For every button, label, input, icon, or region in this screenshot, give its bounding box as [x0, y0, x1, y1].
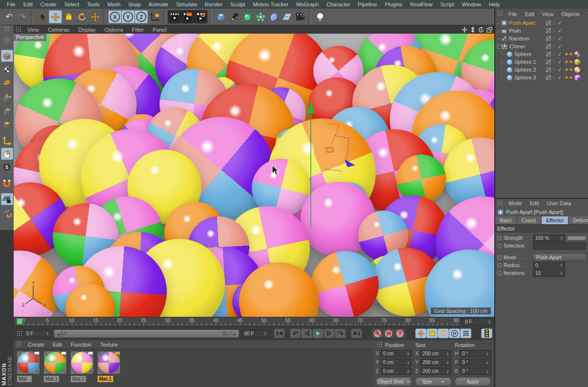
- add-floor-button[interactable]: [280, 10, 293, 23]
- enable-snap-button[interactable]: S: [1, 161, 13, 173]
- add-camera-button[interactable]: [293, 10, 306, 23]
- object-manager-menu-file[interactable]: File: [505, 11, 521, 17]
- play-button[interactable]: [312, 329, 324, 338]
- undo-button[interactable]: ↶: [2, 10, 16, 23]
- object-row-cloner[interactable]: −Cloner✓: [495, 42, 588, 50]
- current-frame-field[interactable]: 0 F ▲▼: [463, 318, 493, 326]
- attribute-manager-menu-mode[interactable]: Mode: [505, 200, 526, 206]
- points-mode-button[interactable]: [1, 92, 13, 104]
- material-menu-edit[interactable]: Edit: [48, 342, 66, 348]
- autokeying-button[interactable]: [383, 329, 394, 338]
- coord-field-rotation-b[interactable]: 0 °▲▼: [460, 368, 491, 375]
- menubar-item-mesh[interactable]: Mesh: [103, 0, 124, 9]
- material-menu-function[interactable]: Function: [66, 342, 96, 348]
- object-row-sphere-3[interactable]: Sphere.3✓: [495, 74, 588, 81]
- coordinates-grip[interactable]: [377, 342, 383, 348]
- edges-mode-button[interactable]: [1, 105, 13, 117]
- enabled-check-icon[interactable]: ✓: [556, 43, 564, 50]
- live-selection-button[interactable]: [36, 10, 49, 23]
- layer-toggle[interactable]: [545, 59, 552, 64]
- menubar-item-motion-tracker[interactable]: Motion Tracker: [249, 0, 292, 9]
- menubar-item-pipeline[interactable]: Pipeline: [354, 0, 381, 9]
- coord-field-position-y[interactable]: 0 cm▲▼: [381, 359, 412, 366]
- object-manager-menu-view[interactable]: View: [538, 11, 558, 17]
- menubar-item-edit[interactable]: Edit: [20, 0, 37, 9]
- menubar-item-tools[interactable]: Tools: [83, 0, 103, 9]
- visibility-dots[interactable]: [552, 37, 556, 40]
- material-menu-create[interactable]: Create: [23, 342, 48, 348]
- range-start-field[interactable]: 0 F ▲▼: [24, 330, 51, 337]
- keyframe-selection-button[interactable]: ?: [394, 329, 406, 338]
- material-thumbnail[interactable]: [71, 351, 93, 374]
- mode-anim-dot[interactable]: [497, 255, 502, 260]
- previous-frame-button[interactable]: [301, 329, 312, 338]
- stepper-arrows[interactable]: ▲▼: [445, 361, 449, 365]
- layer-toggle[interactable]: [545, 36, 552, 41]
- visibility-dots[interactable]: [552, 76, 556, 79]
- workplane-mode-button[interactable]: [1, 76, 13, 88]
- editor-render-dots[interactable]: [564, 60, 573, 63]
- visibility-dots[interactable]: [552, 60, 556, 63]
- attribute-manager-grip[interactable]: [497, 200, 504, 207]
- visibility-dots[interactable]: [552, 53, 556, 56]
- effector-section-header[interactable]: Effector: [495, 225, 588, 232]
- coord-field-rotation-h[interactable]: 0 °▲▼: [460, 350, 491, 357]
- tab-coord[interactable]: Coord.: [517, 216, 542, 224]
- stepper-arrows[interactable]: ▲▼: [485, 361, 488, 365]
- timeline-ruler[interactable]: 051015202530354045505560657075808590: [14, 317, 461, 327]
- record-pla-toggle[interactable]: [460, 329, 471, 338]
- magnet-button[interactable]: [1, 177, 13, 189]
- render-to-picture-viewer-button[interactable]: [181, 10, 194, 23]
- visibility-dots[interactable]: [552, 29, 556, 32]
- transport-grip[interactable]: [17, 330, 23, 337]
- strength-anim-dot[interactable]: [497, 236, 502, 240]
- editor-render-dots[interactable]: [564, 68, 573, 71]
- lock-x-axis-button[interactable]: X: [108, 10, 122, 23]
- visibility-dots[interactable]: [552, 45, 556, 48]
- menubar-item-animate[interactable]: Animate: [145, 0, 172, 9]
- menubar-item-create[interactable]: Create: [37, 0, 61, 9]
- material-item-0[interactable]: Mat: [17, 351, 41, 383]
- object-row-sphere[interactable]: Sphere✓: [495, 50, 588, 58]
- expander-icon[interactable]: −: [497, 44, 502, 49]
- viewport-pan-button[interactable]: [461, 26, 468, 33]
- add-light-button[interactable]: [313, 10, 326, 23]
- selection-field[interactable]: [533, 242, 586, 250]
- material-item-2[interactable]: Mat.1: [71, 351, 95, 383]
- workplane-options-button[interactable]: [1, 206, 13, 218]
- add-deformer-button[interactable]: [267, 10, 280, 23]
- viewport-canvas[interactable]: Y X Z Perspective Grid Spacing : 100 cm: [14, 34, 494, 317]
- redo-button[interactable]: ↷: [16, 10, 29, 23]
- next-key-button[interactable]: ↷: [335, 329, 346, 338]
- layer-toggle[interactable]: [545, 75, 552, 80]
- texture-mode-button[interactable]: [1, 63, 13, 75]
- stepper-arrows[interactable]: ▲▼: [406, 352, 409, 356]
- material-tag[interactable]: [573, 75, 581, 80]
- coord-field-position-z[interactable]: 0 cm▲▼: [381, 368, 412, 375]
- stepper-arrows[interactable]: ▲▼: [445, 352, 449, 356]
- menubar-item-sculpt[interactable]: Sculpt: [226, 0, 249, 9]
- add-spline-button[interactable]: [227, 10, 241, 23]
- stepper-arrows[interactable]: ▲▼: [45, 331, 49, 335]
- add-mograph-cloner-button[interactable]: [254, 10, 267, 23]
- coord-field-size-x[interactable]: 200 cm▲▼: [420, 350, 451, 357]
- object-manager-menu-objects[interactable]: Objects: [557, 11, 583, 17]
- material-tag[interactable]: [573, 51, 581, 57]
- viewport-menu-view[interactable]: View: [23, 27, 43, 33]
- viewport-maximize-button[interactable]: [486, 26, 493, 33]
- goto-start-button[interactable]: [274, 329, 285, 338]
- tab-deformer[interactable]: Deformer: [568, 216, 588, 224]
- material-menu-texture[interactable]: Texture: [96, 342, 122, 348]
- goto-end-button[interactable]: [351, 329, 362, 338]
- coord-size-dropdown[interactable]: Size▼: [415, 377, 451, 386]
- polygons-mode-button[interactable]: [1, 118, 13, 131]
- viewport-menu-cameras[interactable]: Cameras: [43, 27, 74, 33]
- viewport-zoom-button[interactable]: [469, 26, 476, 33]
- material-item-3[interactable]: Mat.1: [98, 351, 122, 383]
- stepper-arrows[interactable]: ▲▼: [406, 361, 409, 365]
- stepper-arrows[interactable]: ▲▼: [406, 369, 409, 373]
- menubar-item-realflow[interactable]: RealFlow: [406, 0, 437, 9]
- object-row-sphere-1[interactable]: Sphere.1✓: [495, 58, 588, 66]
- radius-field[interactable]: 0▲▼: [533, 262, 565, 269]
- stepper-arrows[interactable]: ▲▼: [487, 320, 490, 324]
